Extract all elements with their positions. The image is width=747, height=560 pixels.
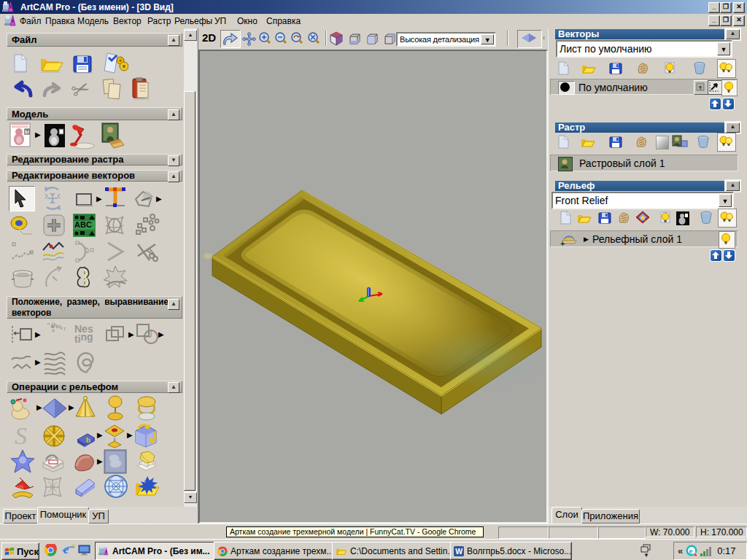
svg-text:+: +	[560, 239, 565, 247]
svg-text:b: b	[86, 435, 90, 444]
svg-text:T: T	[26, 129, 29, 134]
svg-text:ABC: ABC	[74, 220, 92, 229]
svg-text:e: e	[689, 546, 693, 555]
svg-text:!: !	[694, 553, 695, 557]
svg-text:W: W	[455, 546, 462, 555]
svg-text:ting: ting	[74, 331, 93, 345]
